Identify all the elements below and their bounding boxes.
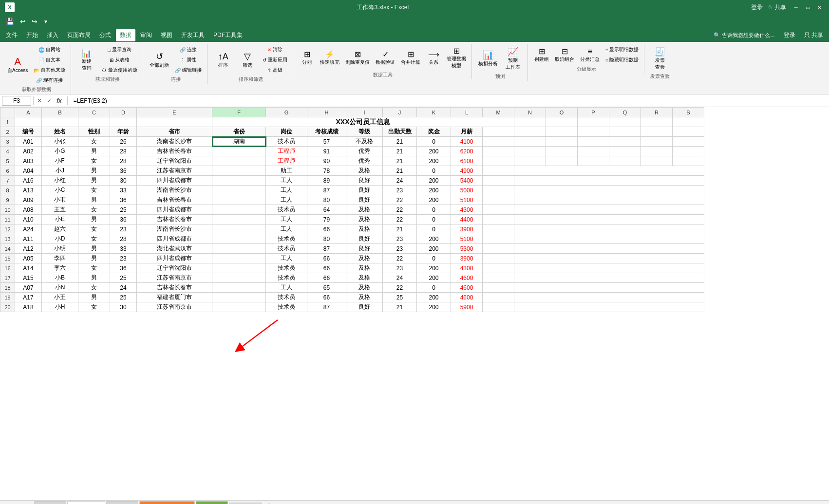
cell-Q2[interactable]: [609, 127, 641, 137]
cell-B17[interactable]: 小B: [42, 273, 78, 283]
cell-H13[interactable]: 80: [307, 234, 346, 244]
cell-L2[interactable]: 月薪: [451, 127, 483, 137]
col-header-C[interactable]: C: [78, 108, 110, 117]
cell-H19[interactable]: 66: [307, 293, 346, 302]
cell-H18[interactable]: 65: [307, 283, 346, 293]
cell-F5[interactable]: [212, 156, 266, 166]
cell-D9[interactable]: 36: [110, 195, 137, 205]
cell-C19[interactable]: 男: [78, 293, 110, 302]
ribbon-btn-properties[interactable]: ⋮属性: [172, 55, 204, 65]
cell-E13[interactable]: 四川省成都市: [137, 234, 212, 244]
tab-sales[interactable]: XXX公司销售额: [139, 501, 195, 504]
cell-H7[interactable]: 89: [307, 176, 346, 186]
ribbon-btn-edit-links[interactable]: 🔗编辑链接: [172, 65, 204, 75]
undo-quick-btn[interactable]: ↩: [18, 17, 28, 26]
cell-E19[interactable]: 福建省厦门市: [137, 293, 212, 302]
cell-M5[interactable]: [483, 156, 514, 166]
cell-A7[interactable]: A16: [15, 176, 42, 186]
menu-layout[interactable]: 页面布局: [63, 29, 94, 41]
cell-G16[interactable]: 技术员: [266, 263, 307, 273]
cell-D5[interactable]: 28: [110, 156, 137, 166]
cell-F3[interactable]: 湖南: [212, 137, 266, 147]
menu-pdf[interactable]: PDF工具集: [209, 29, 246, 41]
cell-A18[interactable]: A07: [15, 283, 42, 293]
cell-F7[interactable]: [212, 176, 266, 186]
cell-O2[interactable]: [546, 127, 578, 137]
cell-F2[interactable]: 省份: [212, 127, 266, 137]
cell-G13[interactable]: 技术员: [266, 234, 307, 244]
cell-L17[interactable]: 4600: [451, 273, 483, 283]
cell-F6[interactable]: [212, 166, 266, 176]
cell-C6[interactable]: 男: [78, 166, 110, 176]
cell-D10[interactable]: 25: [110, 205, 137, 215]
confirm-formula-icon[interactable]: ✓: [45, 97, 53, 104]
cell-A1[interactable]: [15, 117, 42, 127]
ribbon-btn-forecast-sheet[interactable]: 📈预测工作表: [501, 45, 525, 72]
close-button[interactable]: ✕: [814, 2, 824, 12]
cell-G17[interactable]: 技术员: [266, 273, 307, 283]
cell-M13[interactable]: [483, 234, 514, 244]
cell-K13[interactable]: 200: [417, 234, 451, 244]
insert-function-icon[interactable]: fx: [55, 97, 63, 104]
cell-B16[interactable]: 李六: [42, 263, 78, 273]
cell-H12[interactable]: 66: [307, 224, 346, 234]
cell-L14[interactable]: 5300: [451, 244, 483, 254]
cell-H2[interactable]: 考核成绩: [307, 127, 346, 137]
row-header-1[interactable]: 1: [0, 117, 15, 127]
cell-J20[interactable]: 21: [383, 302, 417, 312]
cell-G14[interactable]: 技术员: [266, 244, 307, 254]
cell-E1[interactable]: [137, 117, 212, 127]
cell-L12[interactable]: 3900: [451, 224, 483, 234]
cell-K3[interactable]: 0: [417, 137, 451, 147]
cell-F15[interactable]: [212, 254, 266, 263]
cell-B15[interactable]: 李四: [42, 254, 78, 263]
cell-M3[interactable]: [483, 137, 514, 147]
ribbon-btn-flash-fill[interactable]: ⚡快速填充: [318, 45, 342, 71]
cell-H9[interactable]: 80: [307, 195, 346, 205]
cell-S1[interactable]: [673, 117, 704, 127]
cell-I11[interactable]: 及格: [346, 215, 383, 224]
cell-E2[interactable]: 省市: [137, 127, 212, 137]
cell-E16[interactable]: 辽宁省沈阳市: [137, 263, 212, 273]
cell-K10[interactable]: 0: [417, 205, 451, 215]
minimize-button[interactable]: ─: [791, 2, 801, 12]
cell-M11[interactable]: [483, 215, 514, 224]
cell-N5[interactable]: [514, 156, 546, 166]
cell-M8[interactable]: [483, 186, 514, 195]
ribbon-btn-reapply[interactable]: ↺重新应用: [260, 55, 290, 65]
row-header-11[interactable]: 11: [0, 215, 15, 224]
col-header-Q[interactable]: Q: [609, 108, 641, 117]
cell-J10[interactable]: 22: [383, 205, 417, 215]
cell-M10[interactable]: [483, 205, 514, 215]
cell-G10[interactable]: 技术员: [266, 205, 307, 215]
col-header-G[interactable]: G: [266, 108, 307, 117]
cell-A11[interactable]: A10: [15, 215, 42, 224]
cell-A10[interactable]: A08: [15, 205, 42, 215]
customize-quick-btn[interactable]: ▼: [41, 18, 50, 25]
ribbon-btn-connections[interactable]: 🔗连接: [172, 45, 204, 55]
row-header-7[interactable]: 7: [0, 176, 15, 186]
cell-F18[interactable]: [212, 283, 266, 293]
ribbon-btn-invoice[interactable]: 🧾发票查验: [648, 45, 672, 72]
cell-F13[interactable]: [212, 234, 266, 244]
cell-K12[interactable]: 0: [417, 224, 451, 234]
cell-F1[interactable]: XXX公司员工信息: [212, 117, 514, 127]
cell-D19[interactable]: 25: [110, 293, 137, 302]
ribbon-btn-consolidate[interactable]: ⊞合并计算: [398, 45, 423, 71]
ribbon-btn-relations[interactable]: ⟶关系: [424, 45, 443, 71]
col-header-D[interactable]: D: [110, 108, 137, 117]
cell-C13[interactable]: 女: [78, 234, 110, 244]
ribbon-btn-hide-detail[interactable]: ≡隐藏明细数据: [603, 55, 641, 65]
ribbon-btn-show-detail[interactable]: ≡显示明细数据: [603, 45, 641, 55]
cell-J2[interactable]: 出勤天数: [383, 127, 417, 137]
cell-J15[interactable]: 22: [383, 254, 417, 263]
cell-F17[interactable]: [212, 273, 266, 283]
cell-S4[interactable]: [673, 147, 704, 156]
cell-D4[interactable]: 28: [110, 147, 137, 156]
cell-G8[interactable]: 工人: [266, 186, 307, 195]
cell-O5[interactable]: [546, 156, 578, 166]
cell-E7[interactable]: 四川省成都市: [137, 176, 212, 186]
cell-C5[interactable]: 女: [78, 156, 110, 166]
cell-H20[interactable]: 87: [307, 302, 346, 312]
cell-A8[interactable]: A13: [15, 186, 42, 195]
